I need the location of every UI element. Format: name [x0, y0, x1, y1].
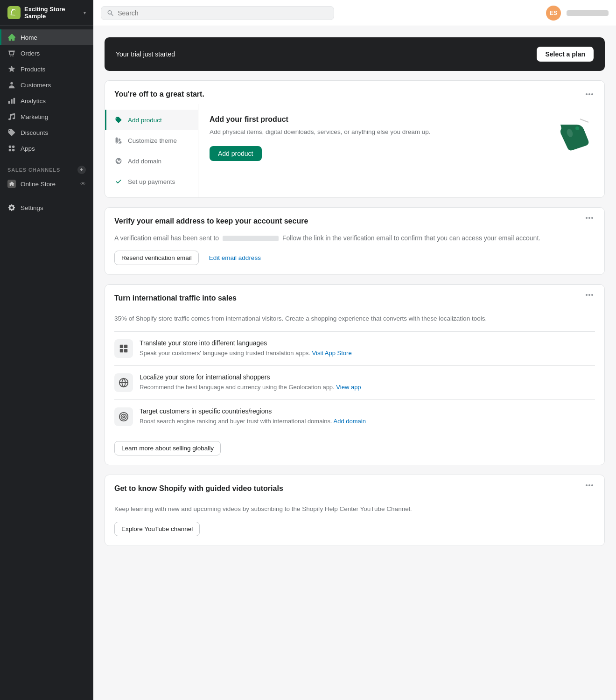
svg-point-10: [121, 414, 126, 419]
avatar: ES: [546, 6, 561, 21]
svg-point-0: [10, 56, 11, 56]
youtube-card-title: Get to know Shopify with guided video tu…: [114, 484, 283, 493]
setup-step-customize-theme[interactable]: Customize theme: [105, 130, 198, 151]
orders-icon: [7, 49, 16, 57]
customers-icon: [7, 81, 16, 89]
youtube-card-body: Keep learning with new and upcoming vide…: [105, 504, 604, 546]
setup-card-title: You're off to a great start.: [114, 90, 204, 98]
topbar-right: ES: [546, 6, 609, 21]
trial-banner: Your trial just started Select a plan: [105, 37, 605, 71]
shopify-logo: [7, 6, 21, 19]
translate-content: Translate your store into different lang…: [140, 339, 352, 358]
setup-step-add-product[interactable]: Add product: [105, 110, 198, 130]
online-store-label: Online Store: [21, 181, 76, 188]
add-domain-step-icon: [114, 156, 123, 166]
search-input[interactable]: [118, 9, 328, 17]
payments-step-icon: [114, 177, 123, 186]
main-area: ES Your trial just started Select a plan…: [93, 0, 616, 700]
user-name-blurred: [567, 10, 609, 16]
svg-rect-5: [120, 345, 123, 348]
settings-label: Settings: [21, 204, 43, 211]
sidebar-item-products-label: Products: [21, 66, 45, 73]
localize-content: Localize your store for international sh…: [140, 373, 361, 392]
sidebar-item-customers[interactable]: Customers: [0, 77, 93, 93]
setup-step-add-domain[interactable]: Add domain: [105, 151, 198, 171]
sidebar-item-settings[interactable]: Settings: [7, 200, 86, 216]
setup-more-button[interactable]: [584, 93, 595, 95]
youtube-card-header: Get to know Shopify with guided video tu…: [105, 475, 604, 498]
marketing-icon: [7, 112, 16, 121]
intl-item-translate: Translate your store into different lang…: [114, 331, 595, 365]
product-tag-graphic: [556, 115, 593, 159]
apps-icon: [7, 144, 16, 153]
setup-card-body: Add product Customize theme: [105, 104, 604, 197]
verify-email-body: A verification email has been sent to Fo…: [105, 225, 604, 274]
international-more-button[interactable]: [584, 294, 595, 296]
add-product-button[interactable]: Add product: [210, 146, 262, 161]
target-title: Target customers in specific countries/r…: [140, 407, 366, 415]
main-content: Your trial just started Select a plan Yo…: [93, 26, 616, 700]
localize-icon: [114, 373, 133, 392]
store-chevron-icon: ▾: [84, 10, 86, 15]
setup-detail: Add your first product Add physical item…: [198, 104, 604, 197]
youtube-subtitle: Keep learning with new and upcoming vide…: [114, 504, 595, 514]
sidebar-item-online-store[interactable]: Online Store 👁: [0, 176, 93, 192]
view-app-link[interactable]: View app: [336, 384, 361, 391]
svg-rect-7: [120, 349, 123, 352]
international-card-body: 35% of Shopify store traffic comes from …: [105, 314, 604, 465]
store-name: Exciting Store Sample: [24, 6, 80, 20]
add-domain-link[interactable]: Add domain: [334, 418, 366, 425]
svg-rect-8: [124, 349, 127, 352]
setup-card-header: You're off to a great start.: [105, 81, 604, 98]
sidebar-item-discounts[interactable]: Discounts: [0, 125, 93, 140]
sidebar-item-marketing[interactable]: Marketing: [0, 109, 93, 125]
settings-icon: [7, 203, 16, 212]
sidebar-item-analytics-label: Analytics: [21, 98, 46, 105]
setup-detail-title: Add your first product: [210, 115, 431, 124]
sidebar-item-analytics[interactable]: Analytics: [0, 93, 93, 109]
translate-title: Translate your store into different lang…: [140, 339, 352, 347]
discounts-icon: [7, 128, 16, 137]
sidebar-item-orders-label: Orders: [21, 50, 40, 57]
localize-title: Localize your store for international sh…: [140, 373, 361, 381]
add-domain-step-label: Add domain: [128, 158, 161, 165]
visit-app-store-link[interactable]: Visit App Store: [312, 350, 352, 357]
youtube-more-button[interactable]: [584, 484, 595, 486]
svg-line-2: [580, 119, 588, 122]
resend-verification-button[interactable]: Resend verification email: [114, 251, 199, 265]
explore-youtube-button[interactable]: Explore YouTube channel: [114, 522, 200, 536]
sidebar-header[interactable]: Exciting Store Sample ▾: [0, 0, 93, 26]
analytics-icon: [7, 97, 16, 105]
translate-icon: [114, 339, 133, 358]
sidebar-item-discounts-label: Discounts: [21, 129, 48, 136]
sidebar-item-orders[interactable]: Orders: [0, 45, 93, 61]
verify-email-card: Verify your email address to keep your a…: [105, 207, 605, 275]
sidebar-item-apps-label: Apps: [21, 145, 35, 152]
intl-item-target: Target customers in specific countries/r…: [114, 399, 595, 434]
sidebar-item-home[interactable]: Home: [0, 29, 93, 45]
sidebar-item-products[interactable]: Products: [0, 61, 93, 77]
search-bar[interactable]: [101, 6, 334, 20]
verify-more-button[interactable]: [584, 217, 595, 219]
sidebar: Exciting Store Sample ▾ Home Orders: [0, 0, 93, 700]
setup-step-payments[interactable]: Set up payments: [105, 171, 198, 192]
add-product-step-icon: [114, 115, 123, 125]
localize-description: Recommend the best language and currency…: [140, 383, 361, 392]
topbar: ES: [93, 0, 616, 26]
customize-theme-step-icon: [114, 136, 123, 145]
email-redacted: [223, 236, 279, 241]
edit-email-button[interactable]: Edit email address: [203, 251, 267, 265]
international-card-header: Turn international traffic into sales: [105, 285, 604, 308]
eye-icon[interactable]: 👁: [80, 181, 86, 187]
verify-email-title: Verify your email address to keep your a…: [114, 217, 308, 225]
svg-point-1: [13, 56, 14, 56]
app-layout: Exciting Store Sample ▾ Home Orders: [0, 0, 616, 700]
learn-more-global-button[interactable]: Learn more about selling globally: [114, 441, 221, 455]
international-subtitle: 35% of Shopify store traffic comes from …: [114, 314, 595, 324]
sidebar-item-apps[interactable]: Apps: [0, 140, 93, 156]
verify-email-header: Verify your email address to keep your a…: [105, 208, 604, 225]
select-plan-button[interactable]: Select a plan: [537, 47, 594, 62]
svg-point-11: [123, 416, 125, 418]
international-card: Turn international traffic into sales 35…: [105, 284, 605, 465]
add-sales-channel-button[interactable]: +: [77, 166, 86, 174]
